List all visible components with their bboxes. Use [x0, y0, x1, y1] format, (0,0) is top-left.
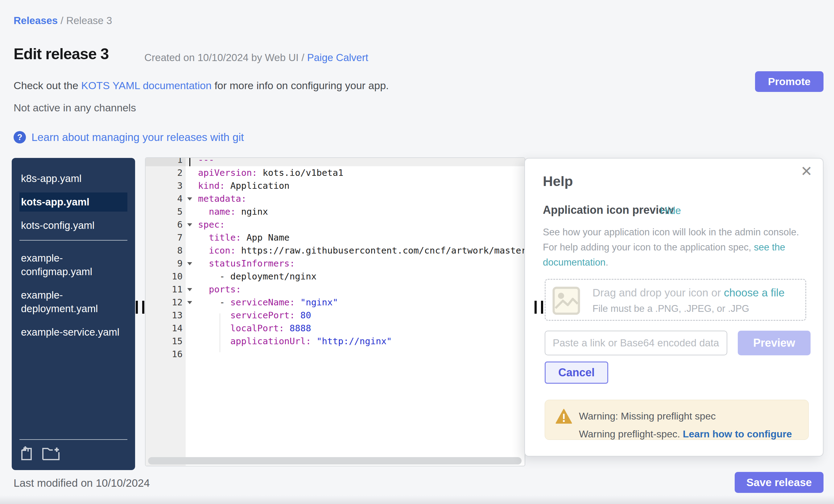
resize-bar	[541, 301, 543, 314]
kots-yaml-docs-link[interactable]: KOTS YAML documentation	[81, 80, 212, 91]
gutter-line-number: 6	[146, 218, 186, 231]
fold-column	[186, 283, 195, 296]
fold-column	[186, 218, 195, 231]
code-text: title: App Name	[195, 231, 290, 244]
fold-arrow-icon[interactable]	[187, 301, 192, 304]
fold-column	[186, 309, 195, 322]
code-line-15[interactable]: 15 applicationUrl: "http://nginx"	[146, 335, 525, 348]
code-text: ports:	[195, 283, 241, 296]
choose-file-link[interactable]: choose a file	[724, 287, 785, 299]
code-line-14[interactable]: 14 localPort: 8888	[146, 322, 525, 335]
preview-button[interactable]: Preview	[738, 331, 811, 355]
warning-detail: Warning preflight-spec. Learn how to con…	[579, 429, 792, 440]
fold-column	[186, 296, 195, 309]
code-line-9[interactable]: 9 statusInformers:	[146, 257, 525, 270]
icon-preview-description: See how your application icon will look …	[543, 224, 808, 270]
dropzone-instruction: Drag and drop your icon or choose a file	[592, 287, 785, 299]
new-folder-icon[interactable]	[42, 446, 60, 461]
sidebar-file-example-deployment.yaml[interactable]: example-deployment.yaml	[19, 286, 127, 318]
fold-column	[186, 257, 195, 270]
file-list-examples: example-configmap.yamlexample-deployment…	[12, 248, 135, 342]
release-editor-page: Releases / Release 3 Edit release 3 Crea…	[0, 0, 834, 504]
horizontal-scrollbar[interactable]	[148, 457, 522, 464]
gutter-line-number: 11	[146, 283, 186, 296]
code-editor-content[interactable]: 1---2apiVersion: kots.io/v1beta13kind: A…	[146, 157, 525, 360]
bottom-edge	[0, 495, 834, 504]
code-line-2[interactable]: 2apiVersion: kots.io/v1beta1	[146, 166, 525, 179]
icon-preview-heading: Application icon preview	[543, 203, 674, 217]
save-release-button[interactable]: Save release	[735, 472, 824, 493]
code-text: kind: Application	[195, 179, 290, 192]
gutter-line-number: 16	[146, 348, 186, 360]
gutter-line-number: 1	[146, 157, 186, 166]
gutter-line-number: 13	[146, 309, 186, 322]
icon-url-input[interactable]	[545, 331, 727, 355]
code-text: metadata:	[195, 192, 246, 205]
sidebar-file-kots-app.yaml[interactable]: kots-app.yaml	[19, 193, 127, 212]
cancel-button[interactable]: Cancel	[545, 361, 608, 384]
code-line-8[interactable]: 8 icon: https://raw.githubusercontent.co…	[146, 244, 525, 257]
last-modified-text: Last modified on 10/10/2024	[14, 477, 150, 489]
indent-guide	[220, 313, 220, 352]
close-icon[interactable]: ✕	[800, 164, 812, 178]
code-text: name: nginx	[195, 205, 268, 218]
new-file-icon[interactable]	[19, 446, 34, 461]
breadcrumb-separator: /	[58, 15, 66, 26]
code-line-6[interactable]: 6spec:	[146, 218, 525, 231]
code-text: - deployment/nginx	[195, 270, 316, 283]
docs-hint-suffix: for more info on configuring your app.	[212, 80, 389, 91]
sidebar-file-kots-config.yaml[interactable]: kots-config.yaml	[19, 216, 127, 235]
code-text: servicePort: 80	[195, 309, 311, 322]
code-line-12[interactable]: 12 - serviceName: "nginx"	[146, 296, 525, 309]
fold-arrow-icon[interactable]	[187, 197, 192, 200]
fold-column	[186, 348, 195, 360]
yaml-editor[interactable]: 1---2apiVersion: kots.io/v1beta13kind: A…	[145, 157, 525, 466]
gutter-line-number: 12	[146, 296, 186, 309]
code-line-10[interactable]: 10 - deployment/nginx	[146, 270, 525, 283]
code-line-13[interactable]: 13 servicePort: 80	[146, 309, 525, 322]
breadcrumb-releases-link[interactable]: Releases	[14, 15, 58, 26]
code-line-4[interactable]: 4metadata:	[146, 192, 525, 205]
gutter-line-number: 2	[146, 166, 186, 179]
help-panel-resize-handle[interactable]	[534, 301, 548, 314]
gutter-line-number: 4	[146, 192, 186, 205]
code-text: statusInformers:	[195, 257, 295, 270]
promote-button[interactable]: Promote	[755, 71, 824, 92]
resize-bar	[534, 301, 537, 314]
description-period: .	[606, 257, 608, 268]
gutter-line-number: 7	[146, 231, 186, 244]
drop-text: Drag and drop your icon or	[592, 287, 724, 299]
learn-git-link[interactable]: Learn about managing your releases with …	[31, 131, 244, 144]
code-line-3[interactable]: 3kind: Application	[146, 179, 525, 192]
learn-configure-link[interactable]: Learn how to configure	[683, 429, 792, 440]
fold-arrow-icon[interactable]	[187, 288, 192, 291]
breadcrumb: Releases / Release 3	[14, 15, 112, 26]
hide-link[interactable]: Hide	[660, 205, 681, 217]
warning-detail-text: Warning preflight-spec.	[579, 429, 683, 440]
icon-dropzone[interactable]: Drag and drop your icon or choose a file…	[545, 279, 806, 321]
sidebar-file-example-configmap.yaml[interactable]: example-configmap.yaml	[19, 248, 127, 281]
author-link[interactable]: Paige Calvert	[307, 52, 368, 63]
gutter-line-number: 5	[146, 205, 186, 218]
code-line-1[interactable]: 1---	[146, 157, 525, 166]
code-line-7[interactable]: 7 title: App Name	[146, 231, 525, 244]
code-text: apiVersion: kots.io/v1beta1	[195, 166, 343, 179]
fold-arrow-icon[interactable]	[187, 262, 192, 265]
sidebar-resize-handle[interactable]	[136, 301, 149, 314]
code-line-5[interactable]: 5 name: nginx	[146, 205, 525, 218]
fold-arrow-icon[interactable]	[187, 223, 192, 226]
fold-column	[186, 157, 195, 166]
created-info: Created on 10/10/2024 by Web UI / Paige …	[144, 52, 368, 64]
page-title: Edit release 3	[14, 45, 109, 63]
sidebar-file-k8s-app.yaml[interactable]: k8s-app.yaml	[19, 169, 127, 188]
fold-column	[186, 205, 195, 218]
fold-column	[186, 270, 195, 283]
gutter-line-number: 9	[146, 257, 186, 270]
code-line-11[interactable]: 11 ports:	[146, 283, 525, 296]
sidebar-file-example-service.yaml[interactable]: example-service.yaml	[19, 323, 127, 342]
code-line-16[interactable]: 16	[146, 348, 525, 360]
help-panel: ✕ Help Application icon preview Hide See…	[524, 158, 824, 457]
resize-bar	[136, 301, 138, 314]
learn-git-row: ? Learn about managing your releases wit…	[14, 131, 244, 144]
image-placeholder-icon	[552, 286, 580, 315]
